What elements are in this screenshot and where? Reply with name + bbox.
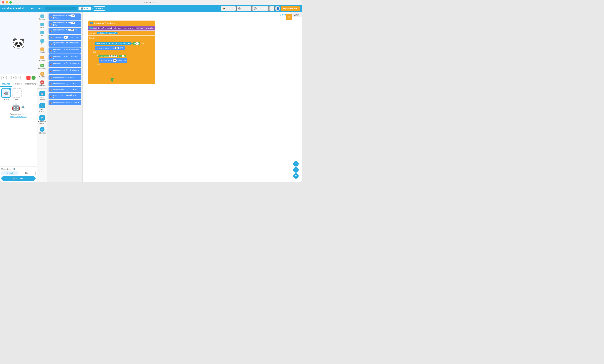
then-label: then [141,43,144,44]
edit-menu[interactable]: Edit [37,7,43,11]
equals-block: = 1 [119,55,126,57]
palette-sensing[interactable]: S Sensing [38,13,47,21]
block-encoder-left-1[interactable]: 🤖 encoder motor left wheel(EM1) ▼ [49,41,81,47]
iot-label: IoT [41,43,43,45]
print-block[interactable]: 🤖 print Press B to start obstacle avoida… [88,26,155,30]
variables-dot: V [40,72,44,76]
close-button[interactable] [2,1,4,3]
publish-button[interactable]: Publish [92,6,106,11]
minimize-button[interactable] [6,1,8,3]
grid3-icon[interactable]: ≡ [12,76,15,80]
main-block-stack: 🤖 when CyberPi starts up 🤖 print Press B… [88,21,155,84]
block-moves-forward-cm[interactable]: 🤖 moves forward ▼ 100 cm ▼ [49,28,81,34]
palette-operators[interactable]: O Operators [38,63,47,71]
grid2-icon[interactable]: ⊟ [6,76,11,80]
feedback-link[interactable]: 💬 Feedback [252,6,269,11]
block-moves-forward-rpm-full[interactable]: 🤖 moves forward ▼ at 50 RPM f... [49,13,81,20]
forever-bottom-cap [91,81,101,83]
file-menu[interactable]: File [29,7,36,11]
robot-icon-3: 🤖 [50,30,52,32]
pick-random-if-block: if pick random 1 to 2 = 1 then [95,54,132,74]
connect-button[interactable]: 🔗 Connect [1,176,36,181]
else-label: else [93,51,96,53]
forever-block-header[interactable]: forever [88,36,155,40]
link-icon: 🔗 [13,177,15,180]
project-name-input[interactable]: Untitled [45,7,77,11]
block-encoder-enables[interactable]: 🤖 encoder motor all ▼ enables ▼ [49,100,81,105]
extension-ultrasonic[interactable]: 📡 UltrasonicSensor 2 [38,114,47,126]
robot-icon-9: 🤖 [50,70,52,72]
block-encoder-em1-1[interactable]: 🤖 encoder motor EMI ↺ rotates at ... [49,61,81,67]
block-encoder-1-em1-s[interactable]: 🤖 encoder motor (1) EM1 ▼ 's ... [49,81,81,86]
block-encoder-em1-2[interactable]: 🤖 encoder motor EMI ↺ rotates at ... [49,68,81,74]
hat-block-when[interactable]: 🤖 when CyberPi starts up [88,21,155,25]
ultrasonic-block: 📡 ultrasonic 2 1 ▼ distance to an object… [95,42,132,45]
moves-forward-block[interactable]: 🤖 moves forward ▼ at 50 RPM [95,46,125,50]
save-button[interactable]: 💾 Save [78,7,91,11]
layout-icons: ⊞ ⊟ ≡ ⊞ [1,76,21,80]
nested-else-body [96,66,131,71]
remove-device-icon[interactable]: × [9,87,12,90]
lan-dot: L [40,23,44,26]
canvas-area: Blocks Python </> 🤖 [83,12,302,182]
add-device-button[interactable]: + [12,88,22,98]
palette-events[interactable]: E Events [38,47,47,54]
expand-icon[interactable]: ⊞ [1,76,5,80]
zoom-in-button[interactable]: + [293,161,299,167]
upload-mode-button[interactable]: Upload [1,171,18,175]
more-menu[interactable]: ··· [269,6,275,11]
mbot2-ext-label: mBot2Extensi... [38,109,46,112]
courses-link[interactable]: 🎓 Courses [221,6,236,11]
block-encoder-1-em1-rotate[interactable]: 🤖 encoder motor (1) EM1 ▼ ↺ [49,87,81,92]
ai-dot: A [40,31,44,34]
palette-control[interactable]: C Control [38,55,47,62]
palette-iot[interactable]: I IoT [38,38,47,46]
title-bar: mBlock v5.4.0 [0,0,302,5]
block-encoder-all-rotates[interactable]: 🤖 encoder motor all ▼ ↺ rotates b... [49,54,81,61]
block-reset-encoder[interactable]: 🤖 reset encoder motor all ▼ ↺ rot... [49,93,81,99]
palette-myblock[interactable]: M My Block [38,79,47,87]
block-encoder-left-2[interactable]: 🤖 encoder motor left wheel(EM1) ▼ [49,48,81,54]
go-button[interactable] [32,76,36,80]
else-block: else [92,50,154,53]
stage-area: 🐼 [0,12,37,74]
robot-icon-13: 🤖 [50,95,52,97]
zoom-fit-button[interactable]: = [293,173,299,179]
pick-random-block: pick random 1 to 2 [98,55,118,57]
extension-mbot2-chassis[interactable]: 🤖 mBot2Chassis [38,90,47,101]
if-condition[interactable]: if 📡 ultrasonic 2 1 ▼ distance to an obj… [92,42,154,46]
nested-else-block: else [96,63,131,66]
brand-logo: makeblock | mBlock [2,7,25,10]
tutorials-link[interactable]: 📚 Tutorials [237,6,252,11]
maximize-button[interactable] [9,1,12,3]
robot-icon-6: 🤖 [50,49,52,52]
palette-variables[interactable]: V Variables [38,71,47,79]
add-extension-button[interactable]: + extension [38,126,46,134]
extension-mbot2-ext[interactable]: 🔧 mBot2Extensi... [38,102,47,113]
robot-icon: 🤖 [50,16,52,18]
tab-sprites[interactable]: Sprites [12,81,25,87]
pick-random-condition[interactable]: if pick random 1 to 2 = 1 then [96,54,131,58]
hat-block-label: when CyberPi starts up [94,22,115,24]
wait-until-block[interactable]: wait until 🤖 button B ▼ pressed? [88,31,155,35]
zoom-out-button[interactable]: - [293,167,299,173]
traffic-lights [2,1,12,3]
block-turns-left[interactable]: 🤖 turns left ▼ 90 ° until done [49,35,81,40]
palette-lan[interactable]: L LAN [38,22,47,29]
python-editor-button[interactable]: Python Editor [281,6,300,11]
turns-left-block[interactable]: 🤖 turns left ▼ 90 ° until done [99,58,127,63]
device-badge: 🤖 [90,22,93,24]
left-panel: 🐼 ⊞ ⊟ ≡ ⊞ Devices [0,12,37,182]
block-stop-encoder[interactable]: 🤖 stop encoder motor all ▼ [49,75,81,80]
user-avatar[interactable]: 👤 [275,6,280,11]
stop-button[interactable] [26,76,30,80]
code-icon-button[interactable]: </> [286,14,292,20]
grid4-icon[interactable]: ⊞ [16,76,21,80]
how-to-link[interactable]: How to use device? [11,116,27,118]
device-card-cyberpi[interactable]: × 🤖 [1,88,11,98]
block-moves-forward-rpm[interactable]: 🤖 moves forward ▼ at 50 RPM [49,21,81,27]
tab-devices[interactable]: Devices [0,81,12,87]
tab-background[interactable]: Background [25,81,37,87]
palette-ai[interactable]: A AI [38,30,47,37]
live-mode-button[interactable]: Live [19,171,36,175]
